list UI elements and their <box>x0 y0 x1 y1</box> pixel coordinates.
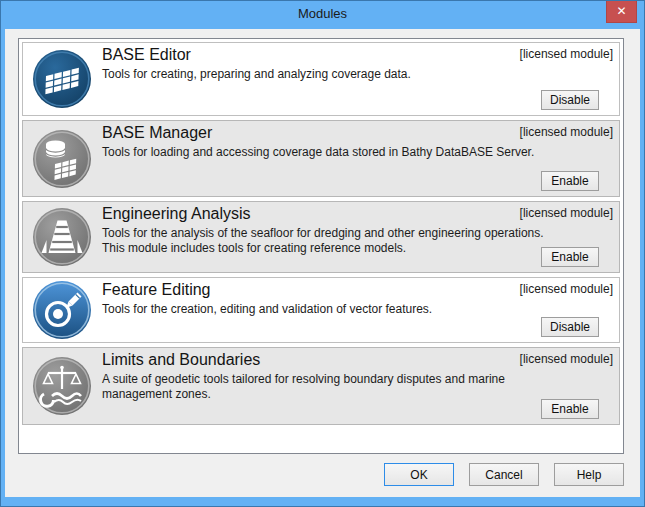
cancel-button[interactable]: Cancel <box>469 463 539 486</box>
module-name: Limits and Boundaries <box>102 351 260 369</box>
base-manager-action-button[interactable]: Enable <box>541 171 599 191</box>
module-description: Tools for loading and accessing coverage… <box>102 145 560 160</box>
engineering-analysis-action-button[interactable]: Enable <box>541 247 599 267</box>
license-badge: [licensed module] <box>520 125 613 139</box>
modules-dialog: Modules ✕ BASE Edit <box>0 0 645 507</box>
module-list-panel: BASE Editor Tools for creating, preparin… <box>18 38 624 454</box>
feature-editing-pencil-icon <box>32 280 92 340</box>
dialog-footer: OK Cancel Help <box>384 463 624 486</box>
module-name: BASE Manager <box>102 124 212 142</box>
ok-button[interactable]: OK <box>384 463 454 486</box>
module-row-engineering-analysis: Engineering Analysis Tools for the analy… <box>22 201 620 273</box>
license-badge: [licensed module] <box>520 352 613 366</box>
close-button[interactable]: ✕ <box>606 1 637 23</box>
help-button[interactable]: Help <box>554 463 624 486</box>
module-name: BASE Editor <box>102 46 191 64</box>
feature-editing-action-button[interactable]: Disable <box>541 317 599 337</box>
dialog-body: BASE Editor Tools for creating, preparin… <box>5 29 640 497</box>
module-row-limits-boundaries: Limits and Boundaries A suite of geodeti… <box>22 347 620 425</box>
module-description: Tools for the creation, editing and vali… <box>102 302 560 317</box>
base-editor-action-button[interactable]: Disable <box>541 90 599 110</box>
close-icon: ✕ <box>616 4 626 18</box>
window-title: Modules <box>298 6 347 21</box>
license-badge: [licensed module] <box>520 206 613 220</box>
module-row-base-manager: BASE Manager Tools for loading and acces… <box>22 120 620 197</box>
module-row-feature-editing: Feature Editing Tools for the creation, … <box>22 277 620 343</box>
module-description: Tools for creating, preparing and analyz… <box>102 67 560 82</box>
license-badge: [licensed module] <box>520 47 613 61</box>
module-description: A suite of geodetic tools tailored for r… <box>102 372 560 402</box>
base-manager-database-icon <box>32 129 92 189</box>
limits-boundaries-action-button[interactable]: Enable <box>541 399 599 419</box>
module-description: Tools for the analysis of the seafloor f… <box>102 226 560 256</box>
limits-scales-waves-icon <box>32 356 92 416</box>
base-editor-grid-icon <box>32 49 92 109</box>
engineering-channel-icon <box>32 207 92 267</box>
module-row-base-editor: BASE Editor Tools for creating, preparin… <box>22 42 620 116</box>
license-badge: [licensed module] <box>520 282 613 296</box>
module-name: Feature Editing <box>102 281 211 299</box>
module-name: Engineering Analysis <box>102 205 251 223</box>
titlebar: Modules <box>1 1 644 29</box>
